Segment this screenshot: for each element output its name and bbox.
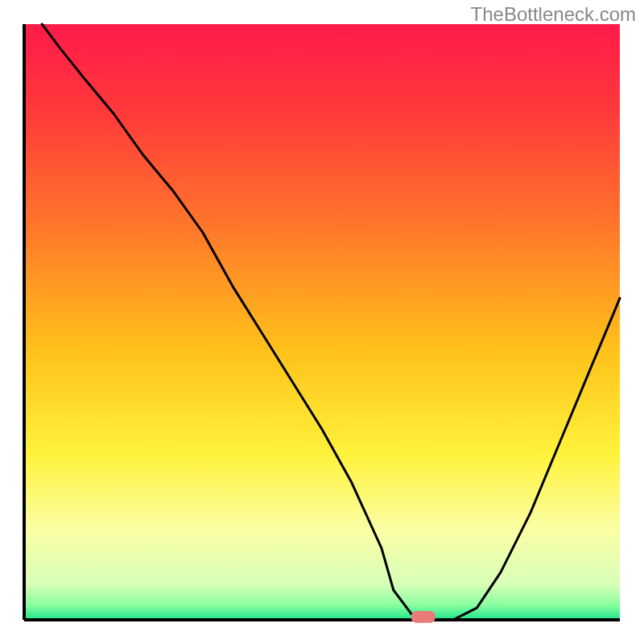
watermark-text: TheBottleneck.com (471, 3, 636, 26)
chart-container: TheBottleneck.com (0, 0, 644, 644)
optimal-marker (411, 611, 436, 623)
bottleneck-chart (0, 0, 644, 644)
